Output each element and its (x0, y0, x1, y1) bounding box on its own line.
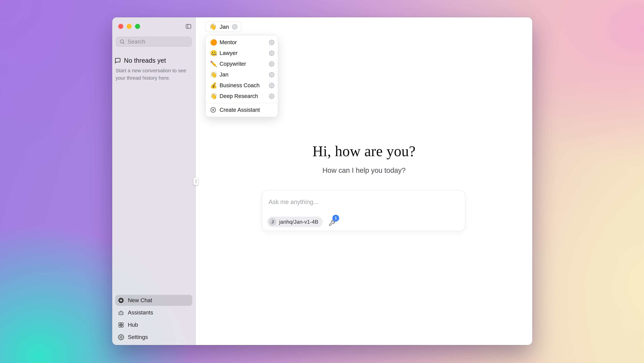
assistant-emoji: 🤐 (210, 50, 220, 56)
chat-input[interactable]: Ask me anything... (268, 198, 318, 206)
menu-item-label: Business Coach (220, 82, 269, 89)
gear-icon[interactable] (269, 83, 274, 88)
nav-item-label: New Chat (128, 297, 152, 303)
threads-empty-state: No threads yet Start a new conversation … (112, 47, 195, 82)
assistant-emoji: 💰 (210, 83, 220, 88)
threads-empty-title: No threads yet (124, 57, 166, 64)
menu-divider (206, 103, 278, 103)
gear-icon[interactable] (269, 72, 274, 78)
sidebar-toggle-icon[interactable] (185, 23, 192, 30)
titlebar (116, 24, 192, 29)
assistant-emoji: 👋 (210, 93, 220, 99)
close-window-button[interactable] (118, 24, 123, 29)
traffic-lights (118, 24, 140, 29)
gear-icon (118, 334, 124, 340)
menu-item-label: Mentor (220, 39, 269, 46)
menu-item-lawyer[interactable]: 🤐 Lawyer (206, 48, 278, 59)
plus-circle-icon (210, 107, 216, 113)
sidebar: No threads yet Start a new conversation … (112, 17, 196, 345)
tools-button[interactable]: 1 (328, 217, 337, 227)
hero-subtitle: How can I help you today? (196, 166, 532, 174)
menu-item-label: Deep Research (220, 93, 269, 99)
search-icon (119, 39, 125, 45)
create-assistant-button[interactable]: Create Assistant (206, 105, 278, 115)
search-box[interactable] (116, 37, 192, 47)
sidebar-nav: New Chat Assistants Hub Settings (112, 295, 195, 345)
threads-empty-title-row: No threads yet (114, 57, 191, 64)
hero-title: Hi, how are you? (196, 143, 532, 160)
minimize-window-button[interactable] (127, 24, 132, 29)
gear-icon[interactable] (269, 93, 274, 99)
robot-icon (118, 309, 124, 316)
assistant-dropdown-menu: 🟠 Mentor 🤐 Lawyer ✏️ Copywriter 👋 Jan 💰 (206, 35, 278, 117)
sidebar-item-assistants[interactable]: Assistants (115, 307, 192, 318)
assistant-emoji: 👋 (210, 72, 220, 78)
gear-icon[interactable] (269, 51, 274, 56)
create-assistant-label: Create Assistant (220, 107, 260, 113)
assistant-emoji: 👋 (209, 24, 217, 30)
menu-item-deep-research[interactable]: 👋 Deep Research (206, 91, 278, 102)
grid-icon (118, 322, 124, 328)
app-window: No threads yet Start a new conversation … (112, 17, 532, 345)
nav-item-label: Assistants (128, 309, 153, 316)
nav-item-label: Settings (128, 334, 148, 340)
assistant-emoji: 🟠 (210, 40, 220, 45)
menu-item-mentor[interactable]: 🟠 Mentor (206, 37, 278, 48)
assistant-emoji: ✏️ (210, 61, 220, 67)
model-name: janhq/Jan-v1-4B (279, 219, 318, 225)
topbar: 👋 Jan (196, 17, 532, 36)
chat-bubble-icon (114, 58, 121, 64)
sidebar-item-hub[interactable]: Hub (115, 319, 192, 330)
sidebar-item-settings[interactable]: Settings (115, 331, 192, 343)
menu-item-jan[interactable]: 👋 Jan (206, 69, 278, 80)
chat-composer[interactable]: Ask me anything... J janhq/Jan-v1-4B 1 (262, 190, 465, 231)
plus-circle-icon (118, 297, 124, 303)
menu-item-label: Lawyer (220, 50, 269, 56)
search-input[interactable] (128, 39, 188, 45)
model-avatar: J (269, 218, 276, 226)
menu-item-label: Jan (220, 71, 269, 78)
sidebar-item-new-chat[interactable]: New Chat (115, 295, 192, 306)
grip-dots-icon (194, 179, 197, 184)
assistant-selector-button[interactable]: 👋 Jan (205, 22, 242, 32)
main-panel: 👋 Jan 🟠 Mentor 🤐 Lawyer ✏️ Copywriter (196, 17, 532, 345)
sidebar-top (112, 17, 195, 47)
composer-toolbar: J janhq/Jan-v1-4B 1 (267, 217, 337, 227)
sidebar-resize-handle[interactable] (194, 178, 198, 185)
zoom-window-button[interactable] (135, 24, 140, 29)
menu-item-business-coach[interactable]: 💰 Business Coach (206, 80, 278, 91)
assistant-name: Jan (220, 24, 229, 30)
tools-count-badge: 1 (332, 215, 339, 221)
gear-icon[interactable] (232, 24, 238, 30)
gear-icon[interactable] (269, 40, 274, 45)
gear-icon[interactable] (269, 61, 274, 67)
menu-item-label: Copywriter (220, 61, 269, 67)
welcome-hero: Hi, how are you? How can I help you toda… (196, 143, 532, 174)
model-selector[interactable]: J janhq/Jan-v1-4B (267, 217, 323, 227)
threads-empty-description: Start a new conversation to see your thr… (116, 67, 192, 82)
menu-item-copywriter[interactable]: ✏️ Copywriter (206, 59, 278, 69)
nav-item-label: Hub (128, 322, 138, 328)
